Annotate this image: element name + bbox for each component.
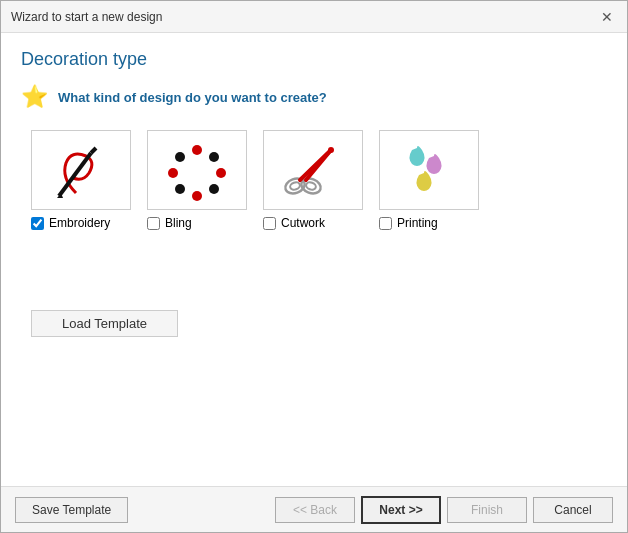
finish-button[interactable]: Finish bbox=[447, 497, 527, 523]
svg-point-7 bbox=[192, 191, 202, 201]
svg-point-4 bbox=[209, 152, 219, 162]
bling-label: Bling bbox=[147, 216, 192, 230]
decoration-item-bling: Bling bbox=[147, 130, 247, 230]
dialog-content: Decoration type ⭐ What kind of design do… bbox=[1, 33, 627, 486]
decoration-item-embroidery: Embroidery bbox=[31, 130, 131, 230]
printing-image bbox=[379, 130, 479, 210]
svg-point-9 bbox=[168, 168, 178, 178]
title-bar: Wizard to start a new design ✕ bbox=[1, 1, 627, 33]
load-template-section: Load Template bbox=[31, 310, 607, 337]
cutwork-text: Cutwork bbox=[281, 216, 325, 230]
embroidery-image bbox=[31, 130, 131, 210]
embroidery-label: Embroidery bbox=[31, 216, 110, 230]
svg-point-3 bbox=[192, 145, 202, 155]
printing-text: Printing bbox=[397, 216, 438, 230]
bling-image bbox=[147, 130, 247, 210]
cutwork-label: Cutwork bbox=[263, 216, 325, 230]
embroidery-checkbox[interactable] bbox=[31, 217, 44, 230]
svg-point-14 bbox=[305, 181, 317, 191]
dialog-footer: Save Template << Back Next >> Finish Can… bbox=[1, 486, 627, 532]
svg-point-8 bbox=[175, 184, 185, 194]
next-button[interactable]: Next >> bbox=[361, 496, 441, 524]
decoration-item-printing: Printing bbox=[379, 130, 479, 230]
svg-point-5 bbox=[216, 168, 226, 178]
back-button[interactable]: << Back bbox=[275, 497, 355, 523]
close-button[interactable]: ✕ bbox=[597, 7, 617, 27]
save-template-button[interactable]: Save Template bbox=[15, 497, 128, 523]
svg-point-10 bbox=[175, 152, 185, 162]
star-icon: ⭐ bbox=[21, 84, 48, 110]
printing-checkbox[interactable] bbox=[379, 217, 392, 230]
svg-point-12 bbox=[289, 181, 301, 191]
printing-label: Printing bbox=[379, 216, 438, 230]
svg-line-16 bbox=[306, 150, 331, 180]
decoration-options: Embroidery bbox=[31, 130, 607, 230]
svg-line-1 bbox=[91, 148, 96, 153]
cutwork-checkbox[interactable] bbox=[263, 217, 276, 230]
svg-point-17 bbox=[328, 147, 334, 153]
bling-text: Bling bbox=[165, 216, 192, 230]
question-text: What kind of design do you want to creat… bbox=[58, 90, 327, 105]
svg-point-6 bbox=[209, 184, 219, 194]
dialog-title: Wizard to start a new design bbox=[11, 10, 162, 24]
cancel-button[interactable]: Cancel bbox=[533, 497, 613, 523]
cutwork-image bbox=[263, 130, 363, 210]
bling-checkbox[interactable] bbox=[147, 217, 160, 230]
embroidery-text: Embroidery bbox=[49, 216, 110, 230]
decoration-item-cutwork: Cutwork bbox=[263, 130, 363, 230]
wizard-dialog: Wizard to start a new design ✕ Decoratio… bbox=[0, 0, 628, 533]
load-template-button[interactable]: Load Template bbox=[31, 310, 178, 337]
section-title: Decoration type bbox=[21, 49, 607, 70]
question-row: ⭐ What kind of design do you want to cre… bbox=[21, 84, 607, 110]
